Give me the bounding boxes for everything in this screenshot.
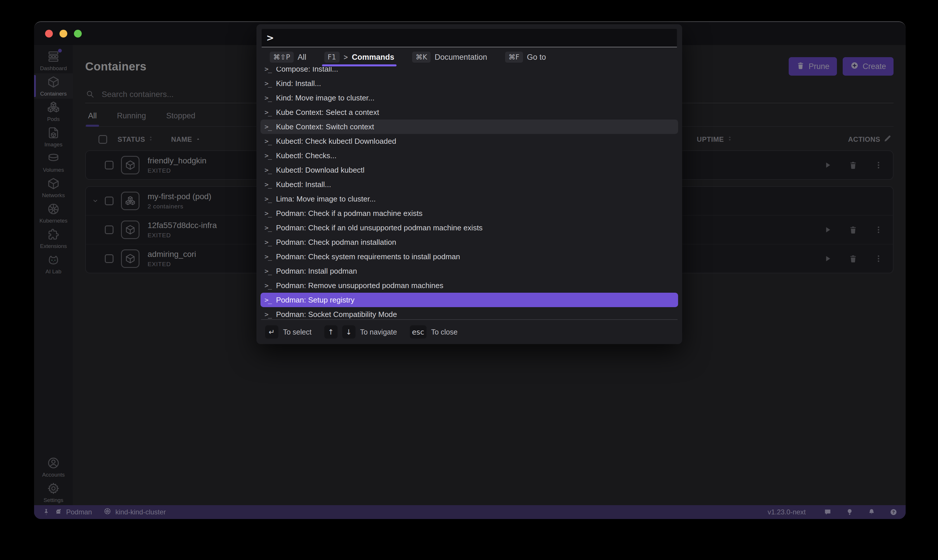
command-item-label: Podman: Check if a podman machine exists [276,209,422,218]
command-item[interactable]: >_Compose: Install... [260,67,678,76]
palette-tab-label: Commands [352,53,394,62]
command-item-label: Kubectl: Checks... [276,151,337,160]
key-hint-label: To navigate [360,328,397,336]
command-item[interactable]: >_Podman: Check podman installation [260,235,678,249]
command-palette: > ⌘⇧PAllF1>Commands⌘KDocumentation⌘FGo t… [256,24,682,344]
command-item[interactable]: >_Kubectl: Check kubectl Downloaded [260,134,678,148]
minimize-window-button[interactable] [60,30,67,37]
command-item-label: Compose: Install... [276,67,338,74]
command-item-label: Podman: Remove unsupported podman machin… [276,281,444,290]
command-item-label: Kube Context: Switch context [276,122,374,131]
command-item-label: Podman: Install podman [276,267,357,276]
key-hint-chip: ↓ [342,325,356,338]
key-hint-chip: ↑ [324,325,337,338]
key-hint-label: To select [283,328,312,336]
terminal-prompt-icon: >_ [265,311,271,318]
palette-tab-label: Documentation [434,53,487,62]
key-hint-chip: ↵ [265,325,279,338]
command-item-label: Podman: Check podman installation [276,238,396,247]
command-item[interactable]: >_Podman: Check if an old unsupported po… [260,220,678,235]
terminal-prompt-icon: >_ [265,80,271,87]
command-item-label: Podman: Socket Compatibility Mode [276,310,397,319]
command-item-label: Kubectl: Install... [276,180,331,189]
command-item[interactable]: >_Kind: Move image to cluster... [260,91,678,105]
terminal-prompt-icon: >_ [265,109,271,116]
terminal-prompt-icon: >_ [265,253,271,260]
terminal-prompt-icon: >_ [265,209,271,217]
command-item-label: Lima: Move image to cluster... [276,195,376,203]
command-item[interactable]: >_Kubectl: Download kubectl [260,163,678,177]
command-item-label: Kind: Move image to cluster... [276,94,374,103]
command-item[interactable]: >_Podman: Install podman [260,264,678,278]
palette-tab-label: Go to [527,53,546,62]
terminal-prompt-icon: >_ [265,152,271,159]
terminal-prompt-icon: >_ [265,238,271,246]
command-item-label: Podman: Setup registry [276,295,355,305]
terminal-prompt-icon: >_ [265,195,271,203]
terminal-prompt-icon: >_ [265,166,271,174]
palette-tab-documentation[interactable]: ⌘KDocumentation [412,47,487,67]
command-item-label: Kube Context: Select a context [276,108,379,117]
command-item-label: Podman: Check if an old unsupported podm… [276,223,482,232]
palette-tab-all[interactable]: ⌘⇧PAll [270,47,307,67]
command-input-wrap: > [262,29,677,47]
key-chip: ⌘K [412,52,431,63]
palette-tab-commands[interactable]: F1>Commands [324,47,394,67]
terminal-prompt-icon: >_ [265,137,271,145]
command-item[interactable]: >_Podman: Setup registry [260,293,678,307]
maximize-window-button[interactable] [74,30,82,37]
command-item-label: Kubectl: Download kubectl [276,166,365,175]
tab-separator: > [343,53,348,62]
command-item[interactable]: >_Kube Context: Switch context [260,120,678,134]
close-window-button[interactable] [45,30,53,37]
terminal-prompt-icon: >_ [265,224,271,231]
command-item[interactable]: >_Kube Context: Select a context [260,105,678,120]
key-chip: F1 [324,52,340,63]
key-hint-chip: esc [410,325,427,338]
command-item[interactable]: >_Kubectl: Install... [260,177,678,192]
key-hint-label: To close [431,328,458,336]
terminal-prompt-icon: >_ [265,181,271,188]
command-item-label: Podman: Check system requirements to ins… [276,252,460,261]
terminal-prompt-icon: >_ [265,67,271,73]
command-item[interactable]: >_Kubectl: Checks... [260,148,678,163]
command-item-label: Kubectl: Check kubectl Downloaded [276,137,396,146]
command-item[interactable]: >_Kind: Install... [260,76,678,91]
palette-tab-label: All [298,53,307,62]
prompt-chevron: > [266,32,274,43]
command-item-label: Kind: Install... [276,79,321,88]
terminal-prompt-icon: >_ [265,282,271,289]
command-list: >_Compose: Install...>_Kind: Install...>… [256,67,682,319]
key-chip: ⌘F [505,52,523,63]
terminal-prompt-icon: >_ [265,94,271,102]
palette-tab-go-to[interactable]: ⌘FGo to [505,47,546,67]
command-item[interactable]: >_Podman: Check if a podman machine exis… [260,206,678,220]
command-palette-input[interactable] [278,33,672,43]
command-item[interactable]: >_Podman: Remove unsupported podman mach… [260,278,678,293]
command-item[interactable]: >_Podman: Check system requirements to i… [260,249,678,264]
command-item[interactable]: >_Podman: Socket Compatibility Mode [260,307,678,319]
screen: DashboardContainersPodsImagesVolumesNetw… [0,0,938,560]
palette-tabs: ⌘⇧PAllF1>Commands⌘KDocumentation⌘FGo to [256,47,682,67]
command-item[interactable]: >_Lima: Move image to cluster... [260,192,678,206]
terminal-prompt-icon: >_ [265,123,271,131]
key-chip: ⌘⇧P [270,52,294,63]
palette-footer: ↵To select↑↓To navigateescTo close [261,319,678,344]
terminal-prompt-icon: >_ [265,296,271,304]
terminal-prompt-icon: >_ [265,267,271,275]
